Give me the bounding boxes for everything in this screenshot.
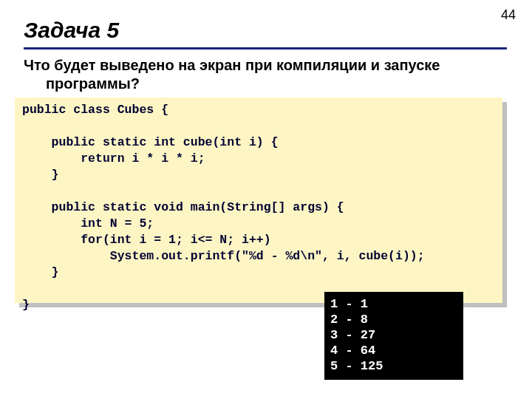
code-box: public class Cubes { public static int c… <box>15 98 502 303</box>
question-line-1: Что будет выведено на экран при компиляц… <box>24 57 440 73</box>
page-number: 44 <box>501 7 516 23</box>
question-line-2: программы? <box>24 75 507 93</box>
slide-title: Задача 5 <box>24 18 119 43</box>
output-box: 1 - 1 2 - 8 3 - 27 4 - 64 5 - 125 <box>324 292 463 380</box>
output-listing: 1 - 1 2 - 8 3 - 27 4 - 64 5 - 125 <box>330 296 457 374</box>
question-text: Что будет выведено на экран при компиляц… <box>24 56 507 93</box>
title-underline <box>24 47 507 50</box>
code-listing: public class Cubes { public static int c… <box>22 102 495 313</box>
slide: 44 Задача 5 Что будет выведено на экран … <box>0 0 532 399</box>
